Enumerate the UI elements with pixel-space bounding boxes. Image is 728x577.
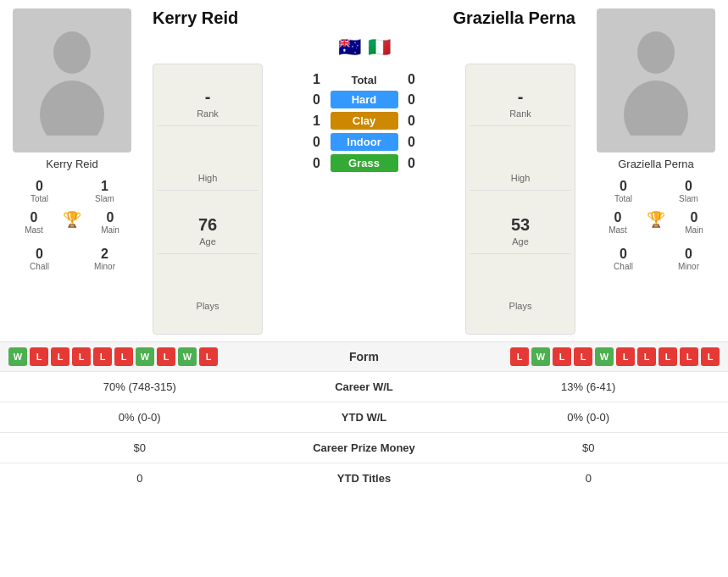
right-stat-row-3: 0 Mast 🏆 0 Main <box>591 207 721 238</box>
left-minor-cell: 2 Minor <box>72 243 137 275</box>
total-left-score: 1 <box>303 72 331 87</box>
form-badge-w: W <box>531 347 550 366</box>
right-player-card: Graziella Perna 0 Total 0 Slam 0 Mast 🏆 <box>584 8 728 335</box>
right-ytd-wl: 0% (0-0) <box>449 411 729 424</box>
right-main-value: 0 <box>691 210 698 225</box>
left-stats-box: - Rank High 76 Age Plays <box>153 64 263 335</box>
left-slam-value: 1 <box>101 179 108 194</box>
indoor-badge: Indoor <box>331 133 398 151</box>
form-badge-l: L <box>157 347 175 366</box>
left-prize: $0 <box>0 441 280 454</box>
top-section: Kerry Reid 0 Total 1 Slam 0 Mast 🏆 <box>0 0 728 335</box>
left-mast-cell: 0 Mast <box>7 207 61 238</box>
left-stat-row-3: 0 Mast 🏆 0 Main <box>7 207 137 238</box>
left-form-badges: WLLLLLWLWL <box>8 347 314 366</box>
main-container: Kerry Reid 0 Total 1 Slam 0 Mast 🏆 <box>0 0 728 493</box>
left-trophy-cell: 🏆 <box>61 207 83 238</box>
svg-point-2 <box>637 31 675 74</box>
right-rank-value: - <box>470 87 571 107</box>
left-mast-label: Mast <box>25 225 43 235</box>
form-badge-l: L <box>553 347 571 366</box>
player-names-row: Kerry Reid Graziella Perna <box>144 8 584 28</box>
hard-right-score: 0 <box>398 92 425 108</box>
form-badge-w: W <box>8 347 27 366</box>
left-ytd-titles: 0 <box>0 472 280 485</box>
right-slam-label: Slam <box>679 194 698 203</box>
grass-right-score: 0 <box>398 156 425 171</box>
form-badge-l: L <box>616 347 635 366</box>
total-label: Total <box>331 74 398 86</box>
right-career-wl: 13% (6-41) <box>449 380 729 393</box>
left-main-value: 0 <box>107 210 114 225</box>
form-badge-l: L <box>72 347 91 366</box>
prize-row: $0 Career Prize Money $0 <box>0 432 728 463</box>
form-badge-l: L <box>114 347 133 366</box>
left-player-photo <box>13 8 131 153</box>
form-badge-l: L <box>510 347 529 366</box>
left-age-box-item: 76 Age <box>157 208 258 254</box>
left-rank-box-label: Rank <box>157 108 258 119</box>
left-total-label: Total <box>31 194 48 203</box>
form-section: WLLLLLWLWL Form LWLLWLLLLL <box>0 341 728 371</box>
left-player-stats-grid: 0 Total 1 Slam <box>7 175 137 207</box>
left-ytd-wl: 0% (0-0) <box>0 411 280 424</box>
right-prize: $0 <box>449 441 729 454</box>
form-badge-w: W <box>136 347 154 366</box>
center-section: Kerry Reid Graziella Perna 🇦🇺 🇮🇹 - Rank <box>144 8 584 335</box>
flag-row: 🇦🇺 🇮🇹 <box>144 36 584 58</box>
indoor-score-row: 0 Indoor 0 <box>303 133 425 151</box>
grass-left-score: 0 <box>303 156 331 171</box>
left-mast-value: 0 <box>31 210 38 225</box>
hard-score-row: 0 Hard 0 <box>303 91 425 108</box>
right-player-photo <box>597 8 715 153</box>
form-badge-l: L <box>637 347 656 366</box>
form-badge-l: L <box>93 347 112 366</box>
left-player-card: Kerry Reid 0 Total 1 Slam 0 Mast 🏆 <box>0 8 144 335</box>
form-badge-l: L <box>199 347 218 366</box>
form-badge-l: L <box>659 347 677 366</box>
right-plays-box-label: Plays <box>470 301 571 311</box>
left-chall-value: 0 <box>36 247 43 262</box>
right-main-cell: 0 Main <box>667 207 721 238</box>
right-chall-minor-grid: 0 Chall 0 Minor <box>591 243 721 275</box>
left-slam-label: Slam <box>95 194 114 203</box>
left-rank-box-item: - Rank <box>157 80 258 126</box>
ytd-titles-row: 0 YTD Titles 0 <box>0 463 728 493</box>
hard-left-score: 0 <box>303 92 331 108</box>
form-badge-l: L <box>701 347 720 366</box>
left-career-wl: 70% (748-315) <box>0 380 280 393</box>
career-wl-row: 70% (748-315) Career W/L 13% (6-41) <box>0 371 728 402</box>
left-minor-value: 2 <box>101 247 108 262</box>
left-slam-cell: 1 Slam <box>72 175 137 207</box>
right-age-box-item: 53 Age <box>470 208 571 254</box>
left-chall-minor-grid: 0 Chall 2 Minor <box>7 243 137 275</box>
grass-score-row: 0 Grass 0 <box>303 154 425 172</box>
right-main-label: Main <box>685 225 703 235</box>
left-flag: 🇦🇺 <box>338 36 361 58</box>
career-wl-label: Career W/L <box>280 380 449 393</box>
right-age-box-label: Age <box>470 236 571 247</box>
clay-score-row: 1 Clay 0 <box>303 112 425 130</box>
right-minor-label: Minor <box>678 262 699 271</box>
ytd-wl-label: YTD W/L <box>280 411 449 424</box>
right-flag: 🇮🇹 <box>368 36 391 58</box>
right-player-name-label: Graziella Perna <box>618 158 694 170</box>
form-label: Form <box>314 350 415 363</box>
right-slam-value: 0 <box>685 179 692 194</box>
svg-point-0 <box>53 31 91 74</box>
form-badge-l: L <box>680 347 698 366</box>
right-total-value: 0 <box>620 179 627 194</box>
left-chall-cell: 0 Chall <box>7 243 72 275</box>
left-plays-box-label: Plays <box>157 301 258 311</box>
right-rank-box-item: - Rank <box>470 80 571 126</box>
left-plays-value <box>157 280 258 299</box>
right-plays-value <box>470 280 571 299</box>
left-age-box-label: Age <box>157 236 258 247</box>
left-main-cell: 0 Main <box>83 207 137 238</box>
hard-badge: Hard <box>331 91 398 108</box>
right-total-label: Total <box>614 194 632 203</box>
left-high-box-label: High <box>157 173 258 183</box>
indoor-left-score: 0 <box>303 135 331 150</box>
left-rank-value: - <box>157 87 258 107</box>
right-trophy-icon: 🏆 <box>647 210 665 229</box>
